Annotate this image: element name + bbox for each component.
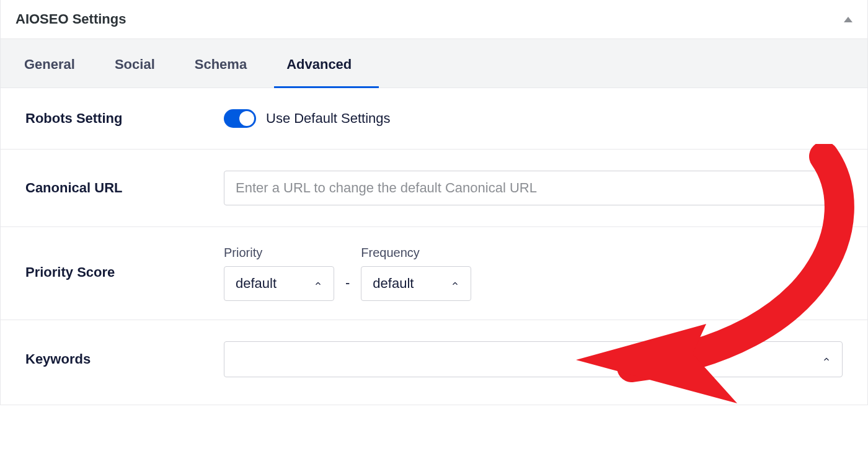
keywords-select[interactable]: [224, 341, 843, 377]
tab-body-advanced: Robots Setting Use Default Settings Cano…: [1, 88, 867, 405]
robots-setting-label: Robots Setting: [25, 110, 211, 127]
panel-header[interactable]: AIOSEO Settings: [1, 0, 867, 39]
row-canonical-url: Canonical URL: [1, 150, 867, 227]
tab-advanced[interactable]: Advanced: [274, 39, 379, 87]
tabs-bar: General Social Schema Advanced: [1, 39, 867, 88]
row-priority-score: Priority Score Priority default - Freque…: [1, 227, 867, 320]
canonical-url-input[interactable]: [224, 171, 843, 205]
canonical-url-label: Canonical URL: [25, 180, 211, 196]
priority-score-label: Priority Score: [25, 246, 211, 280]
aioseo-settings-panel: AIOSEO Settings General Social Schema Ad…: [0, 0, 868, 405]
priority-field-group: Priority default: [224, 246, 334, 301]
priority-select[interactable]: default: [224, 266, 334, 301]
tab-social[interactable]: Social: [102, 39, 182, 87]
chevron-up-icon: [822, 355, 831, 364]
frequency-caption: Frequency: [361, 246, 471, 260]
robots-toggle-label: Use Default Settings: [266, 110, 391, 127]
frequency-select[interactable]: default: [361, 266, 471, 301]
tab-general[interactable]: General: [12, 39, 102, 87]
priority-separator: -: [344, 275, 351, 291]
toggle-knob: [239, 111, 254, 126]
collapse-up-icon[interactable]: [844, 17, 852, 22]
keywords-label: Keywords: [25, 351, 211, 367]
tab-schema[interactable]: Schema: [182, 39, 274, 87]
priority-caption: Priority: [224, 246, 334, 260]
chevron-up-icon: [451, 279, 459, 288]
row-keywords: Keywords: [1, 320, 867, 398]
frequency-select-value: default: [373, 276, 414, 292]
frequency-field-group: Frequency default: [361, 246, 471, 301]
row-robots-setting: Robots Setting Use Default Settings: [1, 88, 867, 150]
panel-title: AIOSEO Settings: [16, 11, 126, 27]
robots-default-toggle[interactable]: [224, 109, 256, 128]
priority-select-value: default: [236, 276, 277, 292]
chevron-up-icon: [314, 279, 322, 288]
